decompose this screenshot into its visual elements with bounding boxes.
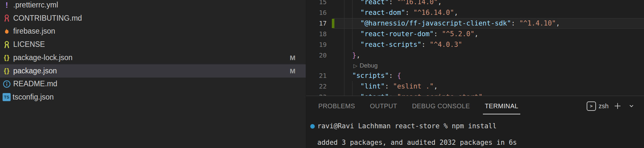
info-icon (2, 79, 11, 89)
panel-tab-terminal[interactable]: TERMINAL (485, 96, 518, 116)
code-line[interactable]: 23 "start": "react-scripts start", (306, 92, 644, 96)
vscode-window: !.prettierrc.yml CONTRIBUTING.md firebas… (0, 0, 644, 148)
command-decoration-dot (310, 124, 315, 129)
file-name: firebase.json (13, 27, 55, 36)
terminal-text: ravi@Ravi Lachhman react-store % npm ins… (317, 121, 496, 132)
line-number: 20 (306, 50, 327, 61)
panel-tab-output[interactable]: OUTPUT (370, 96, 397, 116)
plus-icon (614, 102, 621, 110)
panel-tabs: PROBLEMSOUTPUTDEBUG CONSOLETERMINAL (318, 96, 518, 116)
gutter-added-indicator (332, 19, 334, 28)
panel-tab-problems[interactable]: PROBLEMS (318, 96, 355, 116)
code-text: "react-router-dom": "^5.2.0", (344, 29, 478, 39)
line-number: 16 (306, 7, 327, 18)
terminal-line: added 3 packages, and audited 2032 packa… (306, 137, 644, 148)
line-number: 15 (306, 0, 327, 7)
code-line[interactable]: 18 "react-router-dom": "^5.2.0", (306, 29, 644, 39)
terminal-icon: > (587, 101, 596, 111)
line-number: 23 (306, 92, 327, 96)
git-status-badge: M (290, 51, 296, 64)
ribbon-icon (2, 14, 11, 23)
code-text: "react-dom": "^16.14.0", (344, 7, 458, 18)
git-status-badge: M (290, 64, 296, 78)
line-number: 19 (306, 39, 327, 50)
file-name: README.md (13, 79, 57, 88)
flame-icon (2, 27, 11, 36)
code-editor[interactable]: 15 "react": "^16.14.0",16 "react-dom": "… (306, 0, 644, 96)
panel-controls: > zsh (587, 96, 636, 116)
bottom-panel: PROBLEMSOUTPUTDEBUG CONSOLETERMINAL > zs… (306, 96, 644, 148)
chevron-down-icon (629, 103, 634, 109)
codelens-label: Debug (360, 62, 378, 69)
explorer-file-row[interactable]: firebase.json (0, 25, 306, 38)
explorer-file-row[interactable]: CONTRIBUTING.md (0, 12, 306, 25)
code-text: "start": "react-scripts start", (344, 92, 487, 96)
code-line[interactable]: 15 "react": "^16.14.0", (306, 0, 644, 7)
terminal-output[interactable]: ravi@Ravi Lachhman react-store % npm ins… (306, 116, 644, 148)
code-line[interactable]: 17 "@harnessio/ff-javascript-client-sdk"… (306, 18, 644, 29)
code-line[interactable]: 20 }, (306, 50, 644, 61)
explorer-file-row[interactable]: !.prettierrc.yml (0, 0, 306, 12)
shell-label: zsh (599, 102, 609, 110)
line-number: 22 (306, 81, 327, 92)
line-number: 21 (306, 70, 327, 81)
terminal-line: ravi@Ravi Lachhman react-store % npm ins… (306, 121, 644, 132)
file-name: package-lock.json (13, 53, 72, 62)
file-name: tsconfig.json (13, 93, 54, 101)
codelens-debug[interactable]: ▷Debug (306, 61, 644, 70)
explorer-file-row[interactable]: README.md (0, 77, 306, 90)
code-line[interactable]: 21 "scripts": { (306, 70, 644, 81)
line-number: 17 (306, 18, 327, 29)
code-line[interactable]: 19 "react-scripts": "^4.0.3" (306, 39, 644, 50)
code-text: "lint": "eslint .", (344, 81, 438, 92)
shell-selector[interactable]: > zsh (587, 101, 609, 111)
explorer-file-row[interactable]: TStsconfig.json (0, 90, 306, 104)
code-text: "@harnessio/ff-javascript-client-sdk": "… (344, 18, 560, 29)
code-line[interactable]: 22 "lint": "eslint .", (306, 81, 644, 92)
explorer-file-row[interactable]: LICENSE (0, 38, 306, 51)
terminal-dropdown-button[interactable] (627, 101, 636, 111)
file-name: package.json (13, 67, 57, 75)
prettier-exclamation-icon: ! (2, 1, 11, 10)
explorer-file-row[interactable]: {}package.jsonM (0, 64, 306, 78)
code-text: "scripts": { (344, 70, 401, 81)
explorer-file-row[interactable]: {}package-lock.jsonM (0, 51, 306, 64)
file-name: .prettierrc.yml (13, 1, 58, 9)
new-terminal-button[interactable] (613, 101, 622, 111)
typescript-icon: TS (3, 93, 11, 101)
code-text: "react-scripts": "^4.0.3" (344, 39, 462, 50)
file-name: LICENSE (13, 40, 45, 49)
line-number: 18 (306, 29, 327, 39)
terminal-text: added 3 packages, and audited 2032 packa… (317, 137, 517, 148)
json-braces-icon: {} (2, 66, 11, 75)
ribbon-icon (2, 40, 11, 49)
play-outline-icon: ▷ (353, 63, 357, 69)
code-text: }, (344, 50, 360, 61)
panel-tab-debug-console[interactable]: DEBUG CONSOLE (412, 96, 470, 116)
explorer-sidebar: !.prettierrc.yml CONTRIBUTING.md firebas… (0, 0, 306, 148)
code-text: "react": "^16.14.0", (344, 0, 442, 7)
file-name: CONTRIBUTING.md (13, 14, 82, 23)
code-line[interactable]: 16 "react-dom": "^16.14.0", (306, 7, 644, 18)
json-braces-icon: {} (2, 53, 11, 62)
